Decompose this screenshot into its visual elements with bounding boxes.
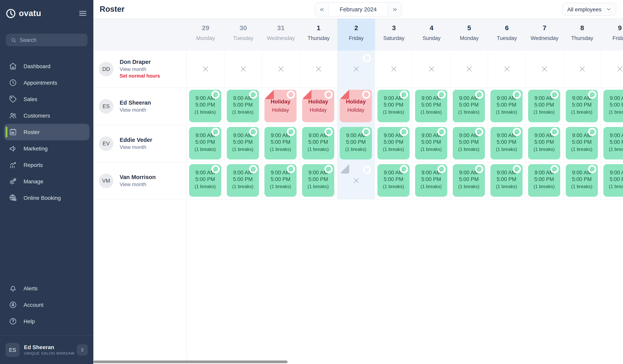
sidebar-item-account[interactable]: Account	[4, 297, 89, 313]
roster-cell[interactable]: 9:00 AM5:00 PM(1 breaks)	[450, 125, 488, 162]
shift-card[interactable]: 9:00 AM5:00 PM(1 breaks)	[302, 164, 334, 197]
roster-cell[interactable]	[526, 51, 563, 87]
sidebar-item-sales[interactable]: Sales	[4, 91, 89, 107]
day-header-cell[interactable]: 8Thursday	[563, 19, 601, 51]
shift-card[interactable]: 9:00 AM5:00 PM(1 breaks)	[566, 90, 598, 122]
roster-cell[interactable]	[187, 51, 224, 87]
day-header-cell[interactable]: 7Wednesday	[526, 19, 563, 51]
roster-cell[interactable]: 9:00 AM5:00 PM(1 breaks)	[224, 125, 262, 162]
day-header-cell[interactable]: 6Tuesday	[488, 19, 526, 51]
shift-card[interactable]: 9:00 AM5:00 PM(1 breaks)	[302, 127, 334, 160]
roster-cell[interactable]: HolidayHoliday	[300, 88, 337, 125]
shift-card[interactable]: 9:00 AM5:00 PM(1 breaks)	[490, 127, 523, 160]
day-header-cell[interactable]: 5Monday	[450, 19, 488, 51]
roster-cell[interactable]: 9:00 AM5:00 PM(1 breaks)	[375, 125, 413, 162]
shift-card[interactable]: 9:00 AM5:00 PM(1 breaks)	[603, 164, 623, 197]
next-period-button[interactable]	[388, 3, 401, 16]
roster-cell[interactable]: 9:00 AM5:00 PM(1 breaks)	[262, 125, 300, 162]
sidebar-item-marketing[interactable]: Marketing	[4, 140, 89, 157]
view-month-link[interactable]: View month	[120, 144, 152, 151]
sidebar-item-reports[interactable]: Reports	[4, 157, 89, 173]
roster-cell[interactable]: 9:00 AM5:00 PM(1 breaks)	[337, 125, 375, 162]
sidebar-item-manage[interactable]: Manage	[4, 173, 89, 190]
roster-cell[interactable]: 9:00 AM5:00 PM(1 breaks)	[601, 125, 623, 162]
shift-card[interactable]: 9:00 AM5:00 PM(1 breaks)	[378, 164, 410, 197]
roster-cell[interactable]: 9:00 AM5:00 PM(1 breaks)	[187, 125, 224, 162]
day-header-cell[interactable]: 29Monday	[187, 19, 224, 51]
roster-cell[interactable]: 9:00 AM5:00 PM(1 breaks)	[563, 88, 601, 125]
shift-card[interactable]: 9:00 AM5:00 PM(1 breaks)	[490, 90, 523, 122]
shift-card[interactable]: 9:00 AM5:00 PM(1 breaks)	[453, 90, 485, 122]
roster-cell[interactable]	[488, 51, 526, 87]
shift-card[interactable]: 9:00 AM5:00 PM(1 breaks)	[227, 90, 259, 122]
shift-card[interactable]: 9:00 AM5:00 PM(1 breaks)	[265, 127, 297, 160]
roster-cell[interactable]: 9:00 AM5:00 PM(1 breaks)	[300, 162, 337, 199]
roster-cell[interactable]: 9:00 AM5:00 PM(1 breaks)	[488, 88, 526, 125]
shift-card[interactable]: 9:00 AM5:00 PM(1 breaks)	[603, 127, 623, 160]
view-month-link[interactable]: View month	[120, 106, 151, 113]
shift-card[interactable]: 9:00 AM5:00 PM(1 breaks)	[528, 164, 560, 197]
roster-cell[interactable]: 9:00 AM5:00 PM(1 breaks)	[413, 88, 450, 125]
roster-cell[interactable]: 9:00 AM5:00 PM(1 breaks)	[488, 162, 526, 199]
shift-card[interactable]: 9:00 AM5:00 PM(1 breaks)	[378, 90, 410, 122]
shift-card[interactable]: 9:00 AM5:00 PM(1 breaks)	[566, 127, 598, 160]
roster-cell[interactable]: 9:00 AM5:00 PM(1 breaks)	[187, 162, 224, 199]
search-input[interactable]: Search	[6, 34, 88, 46]
shift-card[interactable]: 9:00 AM5:00 PM(1 breaks)	[566, 164, 598, 197]
shift-card[interactable]: 9:00 AM5:00 PM(1 breaks)	[227, 164, 259, 197]
sidebar-item-alerts[interactable]: Alerts	[4, 280, 89, 297]
roster-cell[interactable]: 9:00 AM5:00 PM(1 breaks)	[488, 125, 526, 162]
shift-card[interactable]: 9:00 AM5:00 PM(1 breaks)	[603, 90, 623, 122]
roster-cell[interactable]: 9:00 AM5:00 PM(1 breaks)	[563, 125, 601, 162]
roster-cell[interactable]	[450, 51, 488, 87]
shift-card[interactable]: 9:00 AM5:00 PM(1 breaks)	[528, 127, 560, 160]
sidebar-item-online-booking[interactable]: Online Booking	[4, 190, 89, 206]
day-header-cell[interactable]: 1Thursday	[300, 19, 337, 51]
roster-cell[interactable]	[375, 51, 413, 87]
roster-cell[interactable]	[601, 51, 623, 87]
day-header-cell[interactable]: 4Sunday	[413, 19, 450, 51]
roster-cell[interactable]: HolidayHoliday	[262, 88, 300, 125]
shift-card[interactable]: 9:00 AM5:00 PM(1 breaks)	[189, 90, 221, 122]
employee-filter-dropdown[interactable]: All employees	[562, 3, 616, 16]
roster-cell[interactable]: 9:00 AM5:00 PM(1 breaks)	[526, 88, 563, 125]
roster-cell[interactable]	[563, 51, 601, 87]
view-month-link[interactable]: View month	[120, 181, 156, 188]
shift-card[interactable]: 9:00 AM5:00 PM(1 breaks)	[265, 164, 297, 197]
day-header-cell[interactable]: 30Tuesday	[224, 19, 262, 51]
view-month-link[interactable]: View month	[120, 66, 160, 73]
roster-cell[interactable]: HolidayHoliday	[337, 88, 375, 125]
shift-card[interactable]: 9:00 AM5:00 PM(1 breaks)	[453, 164, 485, 197]
roster-cell[interactable]	[300, 51, 337, 87]
prev-period-button[interactable]	[315, 3, 328, 16]
shift-card[interactable]: 9:00 AM5:00 PM(1 breaks)	[189, 127, 221, 160]
holiday-card[interactable]: HolidayHoliday	[340, 90, 372, 122]
shift-card[interactable]: 9:00 AM5:00 PM(1 breaks)	[528, 90, 560, 122]
roster-cell[interactable]: 9:00 AM5:00 PM(1 breaks)	[187, 88, 224, 125]
roster-cell[interactable]: 9:00 AM5:00 PM(1 breaks)	[526, 162, 563, 199]
roster-cell[interactable]: 9:00 AM5:00 PM(1 breaks)	[526, 125, 563, 162]
profile-switcher-button[interactable]	[77, 344, 88, 355]
roster-cell[interactable]	[262, 51, 300, 87]
horizontal-scrollbar[interactable]	[93, 361, 288, 363]
roster-cell[interactable]: 9:00 AM5:00 PM(1 breaks)	[413, 162, 450, 199]
roster-cell[interactable]: 9:00 AM5:00 PM(1 breaks)	[413, 125, 450, 162]
sidebar-item-customers[interactable]: Customers	[4, 107, 89, 124]
roster-cell[interactable]: 9:00 AM5:00 PM(1 breaks)	[563, 162, 601, 199]
shift-card[interactable]: 9:00 AM5:00 PM(1 breaks)	[453, 127, 485, 160]
sidebar-item-roster[interactable]: Roster	[4, 124, 89, 140]
sidebar-item-help[interactable]: Help	[4, 313, 89, 329]
shift-card[interactable]: 9:00 AM5:00 PM(1 breaks)	[415, 90, 447, 122]
menu-toggle-button[interactable]	[78, 9, 87, 18]
holiday-card[interactable]: HolidayHoliday	[265, 90, 297, 122]
roster-cell[interactable]	[413, 51, 450, 87]
roster-cell[interactable]: 9:00 AM5:00 PM(1 breaks)	[450, 162, 488, 199]
day-header-cell[interactable]: 31Wednesday	[262, 19, 300, 51]
shift-card[interactable]: 9:00 AM5:00 PM(1 breaks)	[415, 164, 447, 197]
shift-card[interactable]: 9:00 AM5:00 PM(1 breaks)	[189, 164, 221, 197]
sidebar-item-dashboard[interactable]: Dashboard	[4, 58, 89, 74]
shift-card[interactable]: 9:00 AM5:00 PM(1 breaks)	[227, 127, 259, 160]
set-normal-hours-link[interactable]: Set normal hours	[120, 73, 160, 80]
roster-cell[interactable]: 9:00 AM5:00 PM(1 breaks)	[450, 88, 488, 125]
roster-cell[interactable]: 9:00 AM5:00 PM(1 breaks)	[224, 162, 262, 199]
